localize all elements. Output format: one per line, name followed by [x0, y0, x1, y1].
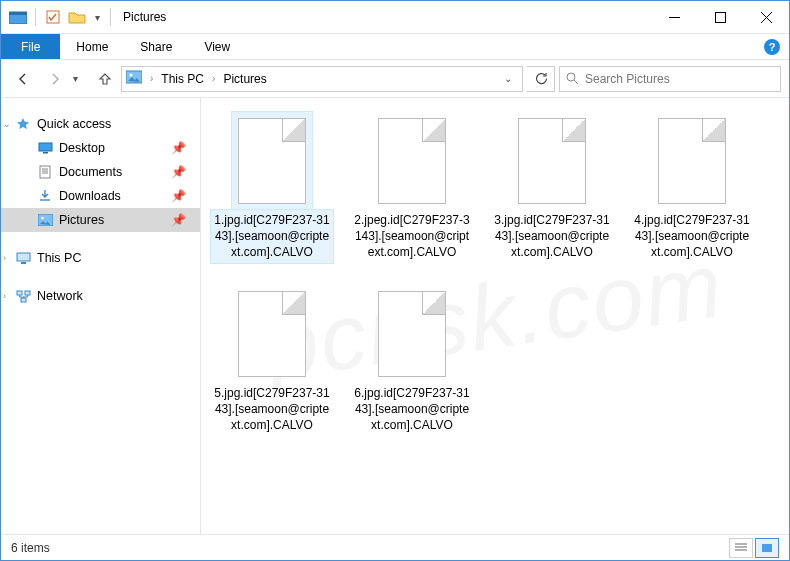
svg-rect-22: [17, 291, 22, 295]
sidebar-item-documents[interactable]: Documents📌: [1, 160, 200, 184]
file-icon: [658, 118, 726, 204]
search-input[interactable]: Search Pictures: [559, 66, 781, 92]
file-name: 5.jpg.id[C279F237-3143].[seamoon@criptex…: [211, 383, 333, 436]
ribbon-tabs: File Home Share View ?: [1, 34, 789, 60]
help-icon: ?: [764, 39, 780, 55]
search-placeholder: Search Pictures: [585, 72, 670, 86]
file-thumb: [232, 285, 312, 383]
explorer-window: ▾ Pictures File Home Share View ? ▾ › Th…: [0, 0, 790, 561]
pictures-location-icon: [126, 70, 144, 88]
svg-point-9: [567, 73, 575, 81]
file-thumb: [512, 112, 592, 210]
status-item-count: 6 items: [11, 541, 50, 555]
history-dropdown[interactable]: ▾: [73, 73, 89, 84]
file-item[interactable]: 5.jpg.id[C279F237-3143].[seamoon@criptex…: [211, 285, 333, 436]
pin-icon: 📌: [171, 141, 186, 155]
file-thumb: [372, 285, 452, 383]
search-icon: [566, 72, 579, 85]
tab-view[interactable]: View: [188, 34, 246, 59]
svg-point-19: [41, 217, 44, 220]
file-item[interactable]: 2.jpeg.id[C279F237-3143].[seamoon@cripte…: [351, 112, 473, 263]
chevron-right-icon: ›: [146, 73, 157, 84]
status-bar: 6 items: [1, 534, 789, 560]
file-icon: [238, 118, 306, 204]
desktop-icon: [37, 140, 53, 156]
folder-icon: [66, 6, 88, 28]
forward-button[interactable]: [41, 65, 69, 93]
file-name: 3.jpg.id[C279F237-3143].[seamoon@criptex…: [491, 210, 613, 263]
pictures-icon: [37, 212, 53, 228]
pin-icon: 📌: [171, 189, 186, 203]
view-large-icons-button[interactable]: [755, 538, 779, 558]
minimize-button[interactable]: [651, 2, 697, 32]
tab-home[interactable]: Home: [60, 34, 124, 59]
breadcrumb-this-pc[interactable]: This PC: [159, 72, 206, 86]
title-bar: ▾ Pictures: [1, 1, 789, 34]
tab-share[interactable]: Share: [124, 34, 188, 59]
view-details-button[interactable]: [729, 538, 753, 558]
maximize-button[interactable]: [697, 2, 743, 32]
up-button[interactable]: [93, 67, 117, 91]
file-item[interactable]: 4.jpg.id[C279F237-3143].[seamoon@criptex…: [631, 112, 753, 263]
sidebar-network[interactable]: › Network: [1, 284, 200, 308]
back-button[interactable]: [9, 65, 37, 93]
svg-rect-11: [39, 143, 52, 151]
sidebar-quick-access[interactable]: ⌄ Quick access: [1, 112, 200, 136]
svg-rect-1: [9, 12, 27, 15]
file-item[interactable]: 6.jpg.id[C279F237-3143].[seamoon@criptex…: [351, 285, 473, 436]
pin-icon: 📌: [171, 165, 186, 179]
svg-rect-13: [40, 166, 50, 178]
qat-dropdown-icon[interactable]: ▾: [90, 6, 104, 28]
explorer-icon: [7, 6, 29, 28]
file-name: 6.jpg.id[C279F237-3143].[seamoon@criptex…: [351, 383, 473, 436]
qat-properties-icon[interactable]: [42, 6, 64, 28]
sidebar-item-desktop[interactable]: Desktop📌: [1, 136, 200, 160]
file-icon: [238, 291, 306, 377]
documents-icon: [37, 164, 53, 180]
file-item[interactable]: 3.jpg.id[C279F237-3143].[seamoon@criptex…: [491, 112, 613, 263]
sidebar-item-label: Pictures: [59, 213, 104, 227]
file-icon: [378, 118, 446, 204]
chevron-right-icon: ›: [3, 291, 6, 301]
sidebar-item-label: Network: [37, 289, 83, 303]
downloads-icon: [37, 188, 53, 204]
svg-rect-21: [21, 262, 26, 264]
file-name: 4.jpg.id[C279F237-3143].[seamoon@criptex…: [631, 210, 753, 263]
address-bar[interactable]: › This PC › Pictures ⌄: [121, 66, 523, 92]
address-dropdown-icon[interactable]: ⌄: [504, 73, 512, 84]
pin-icon: 📌: [171, 213, 186, 227]
file-name: 2.jpeg.id[C279F237-3143].[seamoon@cripte…: [351, 210, 473, 263]
sidebar-item-pictures[interactable]: Pictures📌: [1, 208, 200, 232]
sidebar-item-label: Documents: [59, 165, 122, 179]
file-thumb: [652, 112, 732, 210]
svg-point-8: [130, 73, 133, 76]
sidebar-item-downloads[interactable]: Downloads📌: [1, 184, 200, 208]
svg-line-10: [574, 80, 578, 84]
breadcrumb-pictures[interactable]: Pictures: [221, 72, 268, 86]
sidebar-this-pc[interactable]: › This PC: [1, 246, 200, 270]
computer-icon: [15, 250, 31, 266]
refresh-button[interactable]: [527, 66, 555, 92]
sidebar-item-label: This PC: [37, 251, 81, 265]
file-icon: [518, 118, 586, 204]
svg-rect-4: [715, 12, 725, 22]
chevron-right-icon: ›: [208, 73, 219, 84]
svg-rect-12: [43, 152, 48, 154]
tab-file[interactable]: File: [1, 34, 60, 59]
help-button[interactable]: ?: [755, 34, 789, 59]
close-button[interactable]: [743, 2, 789, 32]
nav-pane: ⌄ Quick access Desktop📌Documents📌Downloa…: [1, 98, 201, 534]
nav-bar: ▾ › This PC › Pictures ⌄ Search Pictures: [1, 60, 789, 98]
file-thumb: [372, 112, 452, 210]
svg-rect-24: [21, 298, 26, 302]
file-item[interactable]: 1.jpg.id[C279F237-3143].[seamoon@criptex…: [211, 112, 333, 263]
sidebar-item-label: Downloads: [59, 189, 121, 203]
file-list[interactable]: pcrisk.com 1.jpg.id[C279F237-3143].[seam…: [201, 98, 789, 534]
window-title: Pictures: [123, 10, 166, 24]
svg-rect-20: [17, 253, 30, 261]
sidebar-item-label: Desktop: [59, 141, 105, 155]
star-icon: [15, 116, 31, 132]
file-thumb: [232, 112, 312, 210]
file-icon: [378, 291, 446, 377]
chevron-right-icon: ›: [3, 253, 6, 263]
